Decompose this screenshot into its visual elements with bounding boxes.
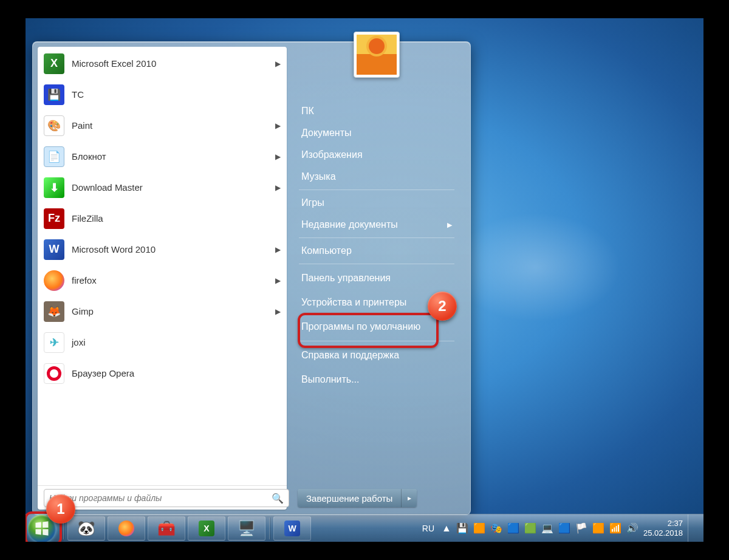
flower-image [357,35,397,75]
program-filezilla[interactable]: Fz FileZilla [38,203,287,234]
tray-app-icon[interactable]: 🟦 [507,522,519,534]
separator [299,190,454,190]
firefox-icon [118,521,134,536]
right-item-games[interactable]: Игры [295,192,458,214]
tray-app-icon[interactable]: 🟦 [558,522,570,534]
right-item-music[interactable]: Музыка [295,166,458,188]
tray-app-icon[interactable]: 🟧 [592,522,604,534]
program-label: Download Master [72,182,272,193]
start-menu: X Microsoft Excel 2010 ▶ 💾 TC 🎨 Paint ▶ … [32,41,471,515]
right-item-control-panel[interactable]: Панель управления [295,266,458,290]
search-input[interactable] [49,493,272,503]
program-paint[interactable]: 🎨 Paint ▶ [38,110,287,141]
start-right-pane: ПК Документы Изображения Музыка Игры Нед… [287,47,465,510]
wallpaper-flare [451,213,621,322]
show-desktop-button[interactable] [688,514,697,542]
taskbar-app-utility[interactable]: 🧰 [148,516,185,541]
utility-icon: 🧰 [157,520,176,537]
program-joxi[interactable]: ✈ joxi [38,327,287,358]
start-left-pane: X Microsoft Excel 2010 ▶ 💾 TC 🎨 Paint ▶ … [38,47,287,510]
search-icon: 🔍 [272,493,284,504]
notepad-icon: 📄 [43,145,66,168]
separator [299,237,454,238]
right-item-recent[interactable]: Недавние документы ▶ [295,214,458,236]
submenu-arrow-icon: ▶ [275,60,281,68]
program-label: Блокнот [72,151,272,162]
right-item-help[interactable]: Справка и поддержка [295,343,458,367]
submenu-arrow-icon: ▶ [275,276,281,285]
taskbar-app-word[interactable]: W [273,516,311,541]
clock-date: 25.02.2018 [643,528,683,538]
separator [299,264,454,264]
system-tray: RU ▲ 💾 🟧 🎭 🟦 🟩 💻 🟦 🏳️ 🟧 📶 🔊 2:37 25.02.2… [416,514,703,542]
program-label: Microsoft Word 2010 [72,244,272,254]
gimp-icon: 🦊 [43,300,66,323]
right-item-computer[interactable]: Компьютер [295,240,458,262]
taskbar-clock[interactable]: 2:37 25.02.2018 [643,519,683,538]
taskbar-app-panda[interactable]: 🐼 [67,516,105,541]
right-item-pc[interactable]: ПК [295,100,458,122]
shutdown-options-button[interactable]: ▸ [401,489,417,507]
tray-app-icon[interactable]: 🎭 [490,522,502,534]
search-box[interactable]: 🔍 [44,489,289,507]
windows-logo-icon [33,520,50,537]
tray-chevron-icon[interactable]: ▲ [442,523,451,534]
firefox-icon [43,269,66,292]
program-label: FileZilla [72,213,281,224]
tray-nvidia-icon[interactable]: 🟩 [524,522,536,534]
word-icon: W [284,521,300,536]
submenu-arrow-icon: ▶ [447,221,452,229]
program-label: TC [72,89,281,100]
taskbar-app-explorer[interactable]: 🖥️ [228,516,265,541]
program-opera[interactable]: Браузер Opera [38,358,287,389]
program-label: firefox [72,275,272,285]
right-item-documents[interactable]: Документы [295,122,458,144]
program-download-master[interactable]: ⬇ Download Master ▶ [38,172,287,203]
download-icon: ⬇ [43,176,66,199]
excel-icon: X [43,52,66,75]
program-label: Microsoft Excel 2010 [72,58,272,69]
taskbar-divider [269,517,270,539]
submenu-arrow-icon: ▶ [275,121,281,130]
joxi-icon: ✈ [43,331,66,354]
opera-icon [43,362,66,385]
user-account-picture[interactable] [354,32,400,78]
program-tc[interactable]: 💾 TC [38,79,287,110]
program-excel[interactable]: X Microsoft Excel 2010 ▶ [38,48,287,79]
tray-network-icon[interactable]: 💻 [541,522,553,534]
excel-icon: X [199,521,214,536]
tray-wifi-icon[interactable]: 📶 [609,522,621,534]
program-list: X Microsoft Excel 2010 ▶ 💾 TC 🎨 Paint ▶ … [38,47,287,485]
tray-app-icon[interactable]: 🟧 [473,522,485,534]
panda-icon: 🐼 [77,520,95,537]
taskbar-app-firefox[interactable] [108,516,145,541]
program-label: Paint [72,120,272,131]
filezilla-icon: Fz [43,207,66,230]
program-gimp[interactable]: 🦊 Gimp ▶ [38,296,287,327]
program-label: Браузер Opera [72,368,281,378]
program-label: Gimp [72,306,272,316]
program-label: joxi [72,337,281,347]
tray-disk-icon[interactable]: 💾 [456,522,468,534]
tray-volume-icon[interactable]: 🔊 [626,522,638,534]
word-icon: W [43,238,66,261]
shutdown-button[interactable]: Завершение работы [298,489,401,507]
paint-icon: 🎨 [43,114,66,137]
submenu-arrow-icon: ▶ [275,245,281,254]
right-item-pictures[interactable]: Изображения [295,144,458,166]
taskbar-app-excel[interactable]: X [188,516,225,541]
program-notepad[interactable]: 📄 Блокнот ▶ [38,141,287,172]
program-word[interactable]: W Microsoft Word 2010 ▶ [38,234,287,265]
submenu-arrow-icon: ▶ [275,307,281,316]
right-item-run[interactable]: Выполнить... [295,367,458,392]
program-firefox[interactable]: firefox ▶ [38,265,287,296]
language-indicator[interactable]: RU [422,524,434,533]
clock-time: 2:37 [643,519,683,528]
explorer-icon: 🖥️ [238,520,256,537]
annotation-callout-2: 2 [428,292,457,321]
shutdown-button-group: Завершение работы ▸ [298,489,417,507]
submenu-arrow-icon: ▶ [275,152,281,161]
tray-flag-icon[interactable]: 🏳️ [575,522,587,534]
desktop: X Microsoft Excel 2010 ▶ 💾 TC 🎨 Paint ▶ … [26,18,703,542]
taskbar: 🐼 🧰 X 🖥️ W RU ▲ 💾 🟧 🎭 🟦 🟩 💻 🟦 🏳️ 🟧 📶 🔊 2… [26,514,703,542]
